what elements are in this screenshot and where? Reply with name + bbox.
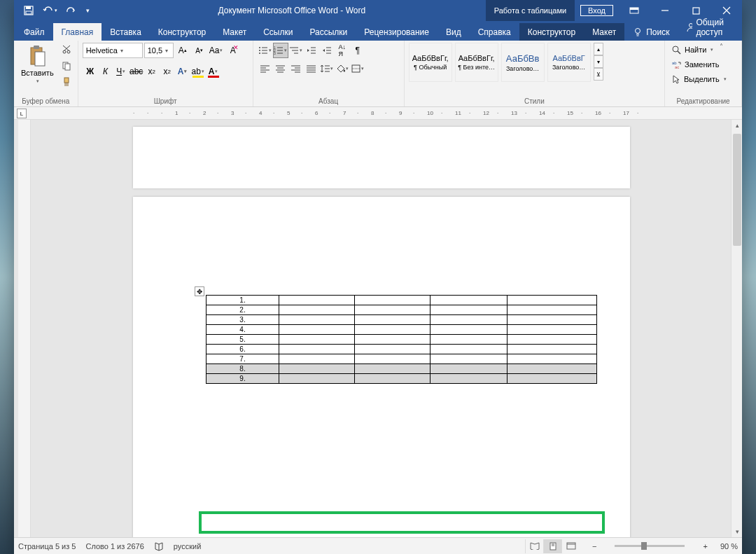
cut-button[interactable]	[59, 43, 74, 57]
grow-font-button[interactable]: A▴	[175, 43, 190, 58]
align-left-button[interactable]	[258, 61, 273, 76]
tab-mailings[interactable]: Рассылки	[301, 23, 356, 41]
replace-button[interactable]: abacЗаменить	[669, 57, 737, 71]
format-painter-button[interactable]	[59, 75, 74, 89]
brush-icon	[62, 77, 71, 87]
show-hide-button[interactable]: ¶	[350, 43, 365, 58]
numbering-button[interactable]: 123▾	[273, 43, 288, 58]
zoom-slider-thumb[interactable]	[641, 542, 647, 550]
tab-table-design[interactable]: Конструктор	[519, 23, 584, 41]
table-row[interactable]: 1.	[206, 296, 597, 305]
table-row[interactable]: 9.	[206, 374, 597, 384]
page-prev-bottom[interactable]	[133, 127, 630, 188]
table-move-handle[interactable]: ✥	[195, 286, 204, 296]
justify-button[interactable]	[304, 61, 319, 76]
tell-me-search[interactable]: Поиск	[624, 23, 678, 41]
clear-formatting-button[interactable]: A✕	[225, 43, 241, 58]
tab-review[interactable]: Рецензирование	[356, 23, 438, 41]
style-no-spacing[interactable]: АаБбВвГг,¶ Без инте…	[455, 43, 498, 82]
status-page[interactable]: Страница 5 из 5	[18, 542, 76, 550]
multilevel-list-button[interactable]: ▾	[288, 43, 304, 58]
status-words[interactable]: Слово 1 из 2676	[85, 542, 144, 550]
view-read-mode[interactable]	[525, 539, 543, 553]
italic-button[interactable]: К	[98, 64, 113, 79]
paste-button[interactable]: Вставить ▾	[18, 43, 57, 86]
minimize-button[interactable]	[650, 0, 680, 21]
style-normal[interactable]: АаБбВвГг,¶ Обычный	[409, 43, 452, 82]
style-heading1[interactable]: АаБбВвЗаголово…	[501, 43, 545, 82]
person-icon	[686, 22, 692, 32]
tab-file[interactable]: Файл	[15, 23, 53, 41]
font-name-combo[interactable]: Helvetica▾	[83, 43, 143, 58]
superscript-button[interactable]: x2	[160, 64, 175, 79]
subscript-button[interactable]: x2	[144, 64, 160, 79]
tab-design[interactable]: Конструктор	[150, 23, 214, 41]
table-row[interactable]: 7.	[206, 354, 597, 364]
vertical-ruler[interactable]	[18, 120, 31, 537]
styles-expand[interactable]: ⊻	[594, 68, 603, 81]
strikethrough-button[interactable]: abc	[129, 64, 144, 79]
tab-table-layout[interactable]: Макет	[584, 23, 624, 41]
increase-indent-button[interactable]	[319, 43, 335, 58]
scroll-thumb[interactable]	[733, 134, 741, 246]
tab-insert[interactable]: Вставка	[102, 23, 150, 41]
bold-button[interactable]: Ж	[83, 64, 98, 79]
select-button[interactable]: Выделить▾	[669, 72, 737, 86]
horizontal-ruler[interactable]: ···1·2·3·4·5·6·7·8·9·10·11·12·13·14·15·1…	[35, 108, 742, 119]
shrink-font-button[interactable]: A▾	[192, 43, 207, 58]
view-web-layout[interactable]	[561, 539, 580, 553]
shading-button[interactable]: ▾	[335, 61, 350, 76]
change-case-button[interactable]: Aa▾	[209, 43, 224, 58]
table-row[interactable]: 8.	[206, 364, 597, 374]
styles-row-up[interactable]: ▴	[594, 43, 603, 55]
status-proofing[interactable]	[154, 541, 164, 551]
styles-row-down[interactable]: ▾	[594, 55, 603, 68]
status-language[interactable]: русский	[174, 542, 201, 550]
scroll-down-button[interactable]: ▾	[732, 526, 742, 537]
highlight-button[interactable]: ab▾	[190, 64, 206, 79]
collapse-ribbon-button[interactable]: ˄	[714, 41, 728, 52]
bullets-button[interactable]: ▾	[258, 43, 273, 58]
sort-button[interactable]: A↓Я	[335, 43, 350, 58]
decrease-indent-button[interactable]	[304, 43, 319, 58]
tab-help[interactable]: Справка	[470, 23, 519, 41]
style-heading2[interactable]: АаБбВвГЗаголово…	[547, 43, 591, 82]
tab-view[interactable]: Вид	[438, 23, 470, 41]
zoom-slider[interactable]	[615, 545, 685, 547]
table-row[interactable]: 4.	[206, 325, 597, 335]
zoom-out-button[interactable]: −	[589, 542, 599, 550]
table-row[interactable]: 2.	[206, 305, 597, 315]
document-table[interactable]: 1.2.3.4.5.6.7.8.9.	[206, 295, 597, 384]
vertical-scrollbar[interactable]: ▴ ▾	[731, 120, 742, 537]
line-spacing-button[interactable]: ▾	[319, 61, 335, 76]
zoom-in-button[interactable]: +	[700, 542, 710, 550]
tab-selector[interactable]: L	[17, 109, 27, 118]
undo-button[interactable]: ▾	[41, 1, 59, 20]
table-row[interactable]: 5.	[206, 335, 597, 345]
scroll-up-button[interactable]: ▴	[732, 120, 742, 131]
table-row[interactable]: 6.	[206, 345, 597, 354]
view-print-layout[interactable]	[543, 539, 561, 553]
font-color-button[interactable]: A▾	[206, 64, 221, 79]
copy-button[interactable]	[59, 59, 74, 73]
font-size-combo[interactable]: 10,5▾	[144, 43, 174, 58]
align-center-button[interactable]	[273, 61, 288, 76]
underline-button[interactable]: Ч▾	[113, 64, 129, 79]
svg-rect-2	[26, 11, 31, 14]
sign-in-button[interactable]: Вход	[580, 5, 613, 16]
zoom-level[interactable]: 90 %	[720, 542, 738, 550]
qat-customize-button[interactable]: ▾	[83, 1, 92, 20]
tab-home[interactable]: Главная	[53, 23, 102, 41]
align-right-button[interactable]	[288, 61, 304, 76]
tab-references[interactable]: Ссылки	[255, 23, 301, 41]
borders-button[interactable]: ▾	[350, 61, 365, 76]
save-button[interactable]	[20, 1, 38, 20]
tab-layout[interactable]: Макет	[214, 23, 255, 41]
document-area: ✥ 1.2.3.4.5.6.7.8.9. ▴ ▾	[14, 120, 742, 537]
text-effects-button[interactable]: A▾	[175, 64, 190, 79]
ribbon-display-options[interactable]	[619, 0, 650, 21]
multilevel-icon	[289, 46, 299, 55]
redo-button[interactable]	[62, 1, 80, 20]
share-button[interactable]: Общий доступ	[678, 13, 741, 41]
table-row[interactable]: 3.	[206, 315, 597, 325]
